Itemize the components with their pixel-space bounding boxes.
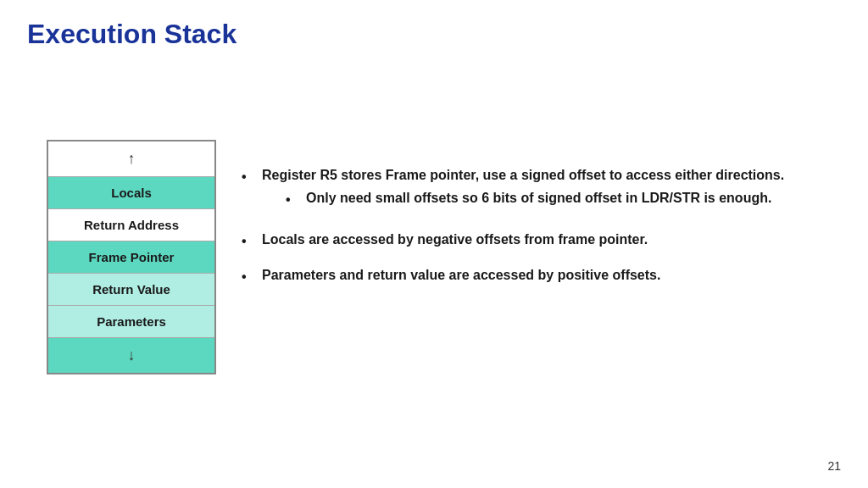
bullet-item-1: • Register R5 stores Frame pointer, use …: [242, 165, 835, 216]
stack-row-locals: Locals: [48, 177, 214, 209]
stack-row-frame-pointer: Frame Pointer: [48, 241, 214, 274]
sub-list-1: • Only need small offsets so 6 bits of s…: [262, 188, 784, 209]
bullet-text-2: Locals are accessed by negative offsets …: [262, 230, 648, 249]
stack-row-parameters: Parameters: [48, 306, 214, 338]
stack-row-return-address: Return Address: [48, 209, 214, 241]
bullet-dot-3: •: [242, 267, 255, 286]
content-area: • Register R5 stores Frame pointer, use …: [242, 165, 835, 300]
stack-row-return-value: Return Value: [48, 274, 214, 306]
sub-bullet-item-1: • Only need small offsets so 6 bits of s…: [262, 188, 784, 209]
page-title: Execution Stack: [27, 19, 236, 50]
stack-row-arrow-up: ↑: [48, 141, 214, 177]
bullet-item-3: • Parameters and return value are access…: [242, 265, 835, 286]
page-number: 21: [827, 459, 841, 473]
bullet-text-3: Parameters and return value are accessed…: [262, 265, 660, 285]
bullet-dot-2: •: [242, 231, 255, 251]
sub-bullet-dot-1: •: [286, 190, 299, 209]
stack-diagram: ↑ Locals Return Address Frame Pointer Re…: [47, 140, 216, 374]
stack-row-arrow-down: ↓: [48, 338, 214, 373]
sub-bullet-text-1: Only need small offsets so 6 bits of sig…: [306, 188, 771, 208]
bullet-list: • Register R5 stores Frame pointer, use …: [242, 165, 835, 286]
bullet-dot-1: •: [242, 167, 255, 186]
bullet-item-2: • Locals are accessed by negative offset…: [242, 230, 835, 251]
bullet-text-1: Register R5 stores Frame pointer, use a …: [262, 168, 784, 182]
